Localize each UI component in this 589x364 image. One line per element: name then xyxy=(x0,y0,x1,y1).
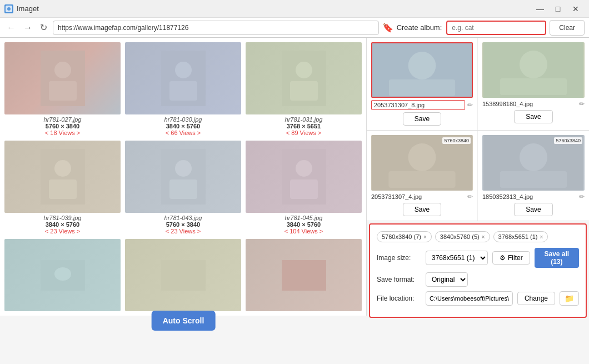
image-size-label: Image size: xyxy=(377,254,421,262)
filter-tag-2[interactable]: 3840x5760 (5) × xyxy=(435,231,490,242)
gallery-filename: hr781-031.jpg xyxy=(285,116,323,123)
svg-rect-13 xyxy=(49,179,77,199)
save-format-select[interactable]: Original JPEG PNG WebP xyxy=(426,272,468,287)
file-location-input[interactable] xyxy=(426,291,513,306)
forward-button[interactable]: → xyxy=(21,22,34,34)
save-button-4[interactable]: Save xyxy=(514,203,552,216)
filter-tag-remove-3[interactable]: × xyxy=(540,234,543,240)
svg-rect-29 xyxy=(500,78,567,95)
saved-thumb-4[interactable]: 5760x3840 xyxy=(482,135,585,191)
filter-tag-label-1: 5760x3840 (7) xyxy=(382,233,421,240)
filter-tags: 5760x3840 (7) × 3840x5760 (5) × 3768x565… xyxy=(377,231,579,242)
save-button-1[interactable]: Save xyxy=(403,112,441,126)
maximize-button[interactable]: □ xyxy=(549,0,567,18)
filter-tag-label-3: 3768x5651 (1) xyxy=(498,233,538,240)
reload-button[interactable]: ↻ xyxy=(38,21,49,34)
clear-button[interactable]: Clear xyxy=(550,20,585,36)
list-item xyxy=(4,239,121,311)
svg-rect-23 xyxy=(282,260,326,291)
filter-icon: ⚙ xyxy=(500,254,506,262)
create-album-input[interactable] xyxy=(446,21,546,35)
save-button-2[interactable]: Save xyxy=(514,110,552,123)
svg-rect-22 xyxy=(161,260,206,291)
gallery-thumb[interactable] xyxy=(125,239,241,311)
gallery-dims: 3768 × 5651 xyxy=(285,123,323,129)
list-item: hr781-027.jpg 5760 × 3840 < 18 Views > xyxy=(4,42,121,136)
gallery-views[interactable]: < 18 Views > xyxy=(44,129,82,136)
minimize-button[interactable]: — xyxy=(531,0,549,18)
svg-rect-26 xyxy=(389,79,455,96)
svg-point-28 xyxy=(520,51,547,78)
svg-point-18 xyxy=(296,160,312,177)
auto-scroll-button[interactable]: Auto Scroll xyxy=(152,311,216,331)
edit-icon-2[interactable]: ✏ xyxy=(579,100,585,108)
gallery-filename: hr781-039.jpg xyxy=(44,215,82,221)
change-button[interactable]: Change xyxy=(517,292,555,305)
filter-file-location-row: File location: Change 📁 xyxy=(377,291,579,306)
gallery-thumb[interactable] xyxy=(4,141,121,213)
filter-button[interactable]: ⚙ Filter xyxy=(492,251,530,265)
filter-panel: 5760x3840 (7) × 3840x5760 (5) × 3768x565… xyxy=(369,223,587,318)
edit-icon-3[interactable]: ✏ xyxy=(467,193,473,201)
gallery-views[interactable]: < 66 Views > xyxy=(164,129,202,136)
saved-filename-1: 2053731307_8.jpg xyxy=(371,100,465,110)
filter-tag-label-2: 3840x5760 (5) xyxy=(440,233,480,240)
filter-tag-remove-1[interactable]: × xyxy=(423,234,427,240)
filter-tag-remove-2[interactable]: × xyxy=(482,234,485,240)
gallery-panel-container: hr781-027.jpg 5760 × 3840 < 18 Views > xyxy=(0,38,367,364)
gallery-views[interactable]: < 89 Views > xyxy=(285,129,323,136)
dims-badge-4: 5760x3840 xyxy=(554,137,582,144)
svg-rect-32 xyxy=(389,171,456,188)
edit-icon-4[interactable]: ✏ xyxy=(579,193,585,201)
gallery-thumb[interactable] xyxy=(246,141,362,213)
saved-thumb-3[interactable]: 5760x3840 xyxy=(371,135,473,191)
svg-point-25 xyxy=(408,52,436,79)
saved-filename-4: 1850352313_4.jpg xyxy=(482,193,577,200)
gallery-views[interactable]: < 104 Views > xyxy=(284,228,323,235)
thumb-image xyxy=(125,42,241,114)
gallery-views[interactable]: < 23 Views > xyxy=(164,228,202,235)
gallery-dims: 5760 × 3840 xyxy=(44,123,82,129)
back-button[interactable]: ← xyxy=(4,22,18,34)
bookmark-button[interactable]: 🔖 xyxy=(382,22,393,33)
gallery-thumb[interactable] xyxy=(125,141,241,213)
list-item: 5760x3840 1850352313_4.jpg ✏ Save xyxy=(478,131,589,221)
filter-tag-1[interactable]: 5760x3840 (7) × xyxy=(377,231,432,242)
svg-rect-7 xyxy=(169,81,197,101)
gallery-thumb[interactable] xyxy=(4,42,121,114)
gallery-thumb[interactable] xyxy=(4,239,121,311)
thumb-image xyxy=(125,239,241,311)
save-all-button[interactable]: Save all (13) xyxy=(535,248,579,268)
gallery-thumb[interactable] xyxy=(125,42,241,114)
gallery-views[interactable]: < 23 Views > xyxy=(44,228,82,235)
edit-icon-1[interactable]: ✏ xyxy=(467,101,473,109)
gallery-grid: hr781-027.jpg 5760 × 3840 < 18 Views > xyxy=(4,42,362,311)
list-item: hr781-043.jpg 5760 × 3840 < 23 Views > xyxy=(125,141,241,235)
folder-button[interactable]: 📁 xyxy=(560,291,579,306)
thumb-image xyxy=(246,239,362,311)
filter-btn-label: Filter xyxy=(508,254,523,262)
svg-point-21 xyxy=(54,267,71,281)
saved-filename-3: 2053731307_4.jpg xyxy=(371,193,465,200)
browser-bar: ← → ↻ 🔖 Create album: Clear xyxy=(0,18,589,38)
close-button[interactable]: ✕ xyxy=(567,0,585,18)
url-input[interactable] xyxy=(53,21,379,35)
saved-thumb-1[interactable] xyxy=(371,42,473,98)
thumb-image xyxy=(4,239,121,311)
saved-thumb-2[interactable] xyxy=(482,42,585,98)
list-item: hr781-031.jpg 3768 × 5651 < 89 Views > xyxy=(246,42,362,136)
svg-point-15 xyxy=(175,160,192,177)
filter-image-size-row: Image size: 3768x5651 (1) 5760x3840 (7) … xyxy=(377,248,579,268)
gallery-info: hr781-043.jpg 5760 × 3840 < 23 Views > xyxy=(164,215,202,235)
thumb-image xyxy=(246,42,362,114)
gallery-thumb[interactable] xyxy=(246,239,362,311)
svg-point-34 xyxy=(520,143,547,171)
filter-tag-3[interactable]: 3768x5651 (1) × xyxy=(493,231,548,242)
gallery-thumb[interactable] xyxy=(246,42,362,114)
image-size-select[interactable]: 3768x5651 (1) 5760x3840 (7) 3840x5760 (5… xyxy=(426,251,488,265)
main-content: hr781-027.jpg 5760 × 3840 < 18 Views > xyxy=(0,38,589,364)
gallery-info: hr781-039.jpg 3840 × 5760 < 23 Views > xyxy=(44,215,82,235)
save-button-3[interactable]: Save xyxy=(403,203,441,216)
gallery-dims: 5760 × 3840 xyxy=(164,221,202,228)
filter-save-format-row: Save format: Original JPEG PNG WebP xyxy=(377,272,579,287)
